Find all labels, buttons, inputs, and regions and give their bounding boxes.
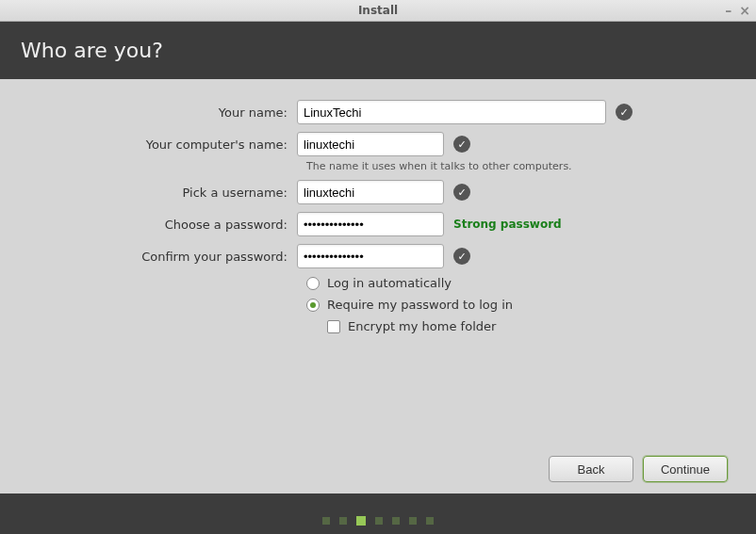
progress-dot	[426, 517, 434, 525]
password-input[interactable]	[297, 212, 444, 236]
form-area: Your name: ✓ Your computer's name: ✓ The…	[0, 79, 756, 456]
encrypt-home-option[interactable]: Encrypt my home folder	[327, 319, 728, 333]
window-title: Install	[358, 4, 398, 17]
progress-dot	[409, 517, 417, 525]
window-titlebar: Install – ×	[0, 0, 756, 22]
progress-dot	[392, 517, 400, 525]
check-icon: ✓	[616, 104, 633, 121]
confirm-input[interactable]	[297, 244, 444, 268]
computer-input[interactable]	[297, 132, 444, 156]
button-bar: Back Continue	[0, 456, 756, 494]
back-button[interactable]: Back	[549, 456, 633, 482]
minimize-icon[interactable]: –	[725, 3, 731, 18]
computer-label: Your computer's name:	[28, 138, 297, 152]
auto-login-option[interactable]: Log in automatically	[306, 276, 728, 290]
page-title: Who are you?	[21, 39, 163, 62]
auto-login-label: Log in automatically	[327, 276, 452, 290]
continue-button[interactable]: Continue	[643, 456, 728, 482]
progress-dot	[356, 516, 366, 526]
confirm-label: Confirm your password:	[28, 250, 297, 264]
check-icon: ✓	[453, 248, 470, 265]
close-icon[interactable]: ×	[739, 3, 750, 18]
username-input[interactable]	[297, 180, 444, 204]
progress-dot	[322, 517, 330, 525]
require-password-option[interactable]: Require my password to log in	[306, 298, 728, 312]
computer-hint: The name it uses when it talks to other …	[306, 160, 728, 172]
window-controls: – ×	[725, 0, 750, 21]
name-input[interactable]	[297, 100, 606, 124]
password-strength: Strong password	[453, 218, 562, 231]
password-label: Choose a password:	[28, 218, 297, 232]
check-icon: ✓	[453, 184, 470, 201]
page-header: Who are you?	[0, 22, 756, 79]
name-label: Your name:	[28, 105, 297, 120]
progress-dot	[339, 517, 347, 525]
login-options: Log in automatically Require my password…	[306, 276, 728, 333]
progress-dot	[375, 517, 383, 525]
progress-footer	[0, 494, 756, 534]
check-icon: ✓	[453, 136, 470, 153]
username-label: Pick a username:	[28, 186, 297, 200]
require-password-label: Require my password to log in	[327, 298, 513, 312]
radio-icon	[306, 277, 320, 290]
checkbox-icon	[327, 320, 340, 333]
encrypt-home-label: Encrypt my home folder	[348, 319, 496, 333]
radio-icon	[306, 299, 320, 312]
